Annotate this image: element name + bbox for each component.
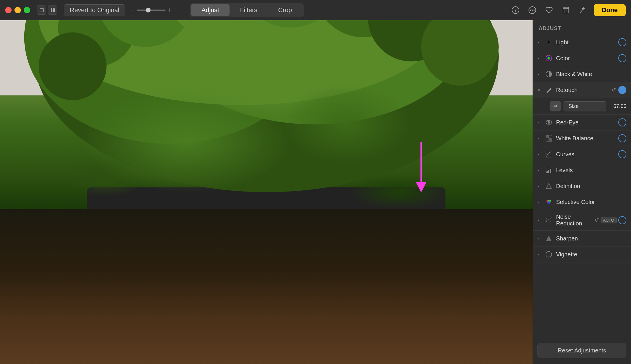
titlebar: Revert to Original − + Adjust Filters Cr…	[0, 0, 631, 20]
wb-toggle[interactable]	[618, 134, 626, 142]
chevron-icon: ›	[538, 120, 542, 125]
adjust-list: › ☀ Light ›	[533, 34, 631, 337]
photo-svg	[0, 20, 533, 364]
adjust-item-definition[interactable]: › Definition	[533, 178, 631, 194]
noise-toggle[interactable]	[618, 216, 626, 224]
retouch-icon	[544, 86, 553, 94]
svg-rect-46	[549, 138, 552, 141]
zoom-in-button[interactable]: +	[168, 6, 172, 14]
photo-canvas[interactable]	[0, 20, 533, 364]
favorite-icon[interactable]	[543, 4, 555, 16]
adjust-item-noise-reduction[interactable]: › Noise Reduction ↺ AUTO	[533, 210, 631, 231]
svg-point-27	[39, 32, 107, 100]
adjust-item-retouch[interactable]: ∨ Retouch ↺	[533, 82, 631, 98]
adjust-item-sharpen[interactable]: › Sharpen	[533, 231, 631, 247]
adjust-item-curves[interactable]: › Curves	[533, 146, 631, 162]
svg-rect-59	[550, 218, 551, 219]
light-toggle[interactable]	[618, 38, 626, 46]
reset-adjustments-button[interactable]: Reset Adjustments	[538, 343, 626, 358]
svg-point-25	[315, 20, 412, 37]
item-label-vignette: Vignette	[556, 251, 626, 258]
item-label-light: Light	[556, 39, 618, 46]
retouch-brush-icon[interactable]: ✏	[550, 101, 561, 111]
noise-revert-icon[interactable]: ↺	[595, 217, 599, 223]
crop-icon[interactable]	[560, 4, 572, 16]
adjust-header: ADJUST	[533, 20, 631, 34]
light-icon: ☀	[544, 38, 553, 47]
svg-rect-16	[87, 187, 445, 212]
svg-text:i: i	[515, 8, 516, 13]
item-label-retouch: Retouch	[556, 87, 612, 93]
svg-point-17	[34, 20, 499, 192]
info-icon[interactable]: i	[510, 4, 521, 16]
adjust-item-levels[interactable]: › Levels	[533, 162, 631, 178]
tab-adjust[interactable]: Adjust	[191, 4, 230, 16]
svg-rect-1	[51, 8, 52, 12]
curves-toggle[interactable]	[618, 150, 626, 158]
item-label-noise-reduction: Noise Reduction	[556, 214, 595, 227]
close-button[interactable]	[5, 7, 12, 13]
item-label-color: Color	[556, 55, 618, 62]
item-label-red-eye: Red-Eye	[556, 119, 618, 126]
adjust-item-light[interactable]: › ☀ Light	[533, 34, 631, 50]
curves-icon	[544, 150, 553, 159]
item-label-curves: Curves	[556, 151, 618, 158]
retouch-revert-icon[interactable]: ↺	[612, 87, 616, 93]
done-button[interactable]: Done	[594, 4, 626, 16]
more-options-icon[interactable]	[527, 4, 538, 16]
titlebar-actions: i	[510, 4, 626, 16]
edit-mode-tabs: Adjust Filters Crop	[190, 3, 304, 17]
noise-reduction-icon	[544, 216, 553, 225]
color-toggle[interactable]	[618, 54, 626, 62]
view-single-button[interactable]	[37, 5, 46, 15]
white-balance-icon	[544, 134, 553, 143]
auto-badge: AUTO	[601, 217, 617, 223]
svg-point-19	[160, 20, 470, 124]
chevron-icon: ›	[538, 252, 542, 257]
chevron-icon: ›	[538, 72, 542, 76]
svg-rect-45	[546, 135, 549, 138]
reset-btn-container: Reset Adjustments	[533, 337, 631, 364]
adjust-item-selective-color[interactable]: › Selective Color	[533, 194, 631, 210]
svg-point-7	[532, 10, 533, 11]
svg-point-28	[421, 20, 499, 86]
svg-rect-0	[40, 8, 43, 12]
red-eye-actions	[618, 118, 626, 126]
zoom-controls: − +	[131, 6, 172, 14]
svg-point-20	[39, 20, 445, 105]
view-split-button[interactable]	[48, 5, 57, 15]
minimize-button[interactable]	[14, 7, 21, 13]
size-label: Size	[564, 101, 606, 111]
adjust-item-color[interactable]: ›	[533, 50, 631, 66]
retouch-toggle[interactable]	[618, 86, 626, 94]
magic-icon[interactable]	[577, 4, 588, 16]
adjust-item-red-eye[interactable]: › Red-Eye	[533, 115, 631, 130]
zoom-slider[interactable]	[137, 10, 166, 11]
zoom-out-button[interactable]: −	[131, 6, 134, 14]
right-panel: ADJUST › ☀ Light ›	[533, 20, 631, 364]
revert-to-original-button[interactable]: Revert to Original	[64, 4, 125, 16]
retouch-section: ∨ Retouch ↺ ✏ Size	[533, 82, 631, 115]
svg-rect-15	[97, 192, 436, 289]
chevron-icon: ›	[538, 136, 542, 141]
red-eye-toggle[interactable]	[618, 118, 626, 126]
item-label-definition: Definition	[556, 183, 626, 190]
maximize-button[interactable]	[24, 7, 30, 13]
tab-crop[interactable]: Crop	[268, 4, 302, 16]
svg-rect-57	[546, 218, 547, 219]
vignette-icon	[544, 250, 553, 259]
tab-filters[interactable]: Filters	[230, 4, 268, 16]
adjust-item-bw[interactable]: › Black & White	[533, 66, 631, 82]
adjust-item-white-balance[interactable]: › White Balance	[533, 130, 631, 146]
noise-reduction-actions: ↺ AUTO	[595, 216, 626, 224]
selective-color-icon	[544, 198, 553, 206]
color-actions	[618, 54, 626, 62]
color-icon	[544, 54, 553, 62]
svg-rect-9	[563, 7, 569, 13]
image-area	[0, 20, 533, 364]
chevron-icon: ›	[538, 184, 542, 188]
adjust-item-vignette[interactable]: › Vignette	[533, 247, 631, 262]
svg-rect-60	[546, 220, 547, 222]
item-label-bw: Black & White	[556, 71, 626, 78]
svg-point-38	[546, 55, 552, 61]
